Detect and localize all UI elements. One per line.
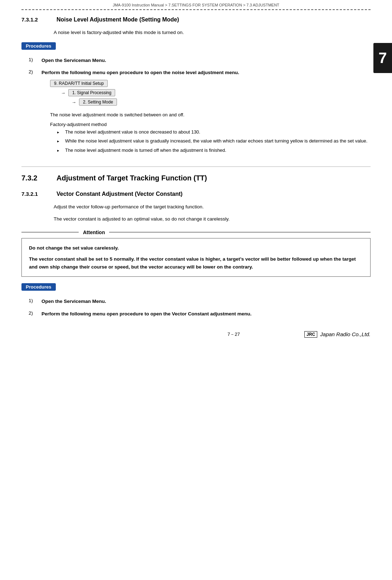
menu-row-2: → 1. Signal Processing [61,89,117,96]
section-7321-intro2: The vector constant is adjusted to an op… [54,215,371,223]
attention-line-2: The vector constant shall be set to 5 no… [29,255,363,271]
chapter-tab: 7 [373,43,392,73]
menu-row-1: 9. RADAR/TT Initial Setup [50,80,117,87]
breadcrumb: JMA-9100 Instruction Manual > 7.SETTINGS… [21,0,371,10]
step-1-num: 1) [29,57,41,62]
attention-container: Attention Do not change the set value ca… [21,229,371,277]
footer: 7－27 JRC Japan Radio Co.,Ltd. [21,328,371,338]
arrow-2: → [72,100,76,105]
menu-btn-1: 9. RADAR/TT Initial Setup [50,80,108,87]
bullet-2-text: While the noise level adjustment value i… [65,137,367,145]
attention-box: Do not change the set value carelessly. … [21,238,371,277]
proc2-step-2-text: Perform the following menu open procedur… [41,310,251,318]
company-name: Japan Radio Co.,Ltd. [320,331,371,337]
section-732-number: 7.3.2 [21,174,50,182]
bullet-list: The noise level adjustment value is once… [57,129,367,156]
proc2-step-1-text: Open the Serviceman Menu. [41,298,106,305]
section-7321-title: Vector Constant Adjustment (Vector Const… [57,191,182,197]
section-732-header: 7.3.2 Adjustment of Target Tracking Func… [21,174,371,186]
proc2-step-1: 1) Open the Serviceman Menu. [29,298,371,305]
attention-line-left [21,232,79,232]
footer-page: 7－27 [163,331,305,338]
menu-chain: 9. RADAR/TT Initial Setup → 1. Signal Pr… [50,80,117,108]
section-7312-intro: A noise level is factory-adjusted while … [54,29,371,37]
bullet-3-text: The noise level adjustment mode is turne… [65,147,226,154]
proc-step-1: 1) Open the Serviceman Menu. [29,57,371,64]
section-7312-number: 7.3.1.2 [21,16,50,23]
arrow-1: → [61,90,65,96]
section-732-title: Adjustment of Target Tracking Function (… [57,174,207,182]
procedures-badge-2: Procedures [21,283,56,291]
step-2-num: 2) [29,69,41,74]
section-7312-header: 7.3.1.2 Noise Level Adjustment Mode (Set… [21,16,371,26]
jrc-box: JRC [304,331,317,338]
section-7312-title: Noise Level Adjustment Mode (Setting Mod… [57,16,179,23]
procedures-badge-1: Procedures [21,42,56,50]
menu-btn-2: 1. Signal Processing [68,89,115,96]
proc2-step-1-num: 1) [29,298,41,303]
procedures-list-2: 1) Open the Serviceman Menu. 2) Perform … [29,298,371,318]
section-7321-intro1: Adjust the vector follow-up performance … [54,203,371,211]
menu-row-3: → 2. Setting Mode [72,98,117,106]
attention-line-right [109,232,371,232]
section-7321-number: 7.3.2.1 [21,191,50,197]
step-1-text: Open the Serviceman Menu. [41,57,106,64]
attention-label: Attention [79,229,109,235]
procedures-list-1: 1) Open the Serviceman Menu. 2) Perform … [29,57,371,160]
proc2-step-2: 2) Perform the following menu open proce… [29,310,371,318]
proc2-step-2-num: 2) [29,310,41,316]
section-7321-header: 7.3.2.1 Vector Constant Adjustment (Vect… [21,191,371,200]
bullet-1: The noise level adjustment value is once… [57,129,367,136]
bullet-2: While the noise level adjustment value i… [57,137,367,145]
menu-btn-3: 2. Setting Mode [79,98,117,106]
bullet-1-text: The noise level adjustment value is once… [65,129,200,136]
proc-step-2: 2) Perform the following menu open proce… [29,69,371,160]
attention-header: Attention [21,229,371,235]
section-divider [21,166,371,167]
factory-label: Factory-adjustment method [50,122,107,127]
attention-line-1: Do not change the set value carelessly. [29,244,363,252]
step-2-text: Perform the following menu open procedur… [41,69,239,76]
footer-logo: JRC Japan Radio Co.,Ltd. [304,331,371,338]
bullet-3: The noise level adjustment mode is turne… [57,147,367,154]
sub-note: The noise level adjustment mode is switc… [50,111,185,119]
